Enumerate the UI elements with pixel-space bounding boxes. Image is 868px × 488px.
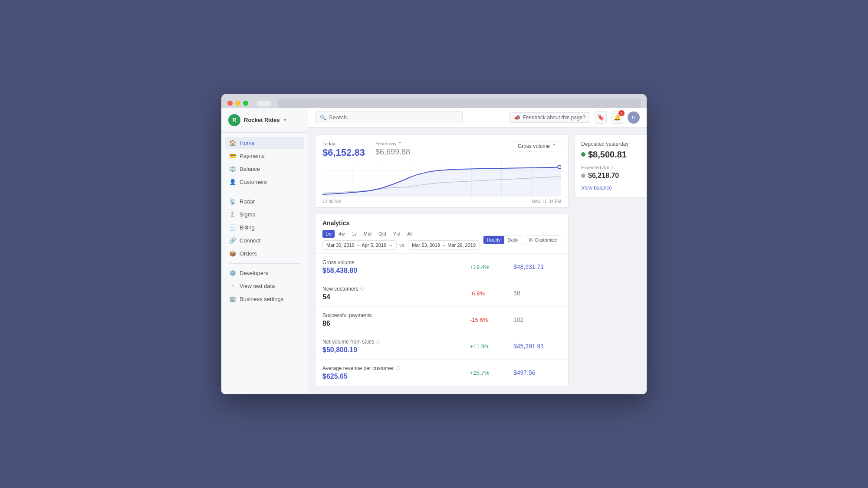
brand-chevron-icon: ▾ xyxy=(284,118,286,122)
hourly-daily-toggle: Hourly Daily xyxy=(483,236,522,244)
time-filter-qtd[interactable]: Qtd xyxy=(375,230,389,238)
main-content: 🔍 📣 Feedback about this page? 🔖 🔔 1 xyxy=(308,108,647,394)
home-icon: 🏠 xyxy=(229,140,236,147)
balance-card: Deposited yesterday $8,500.81 Expected A… xyxy=(575,134,647,197)
row-label: Gross volume xyxy=(322,259,470,265)
analytics-card: Analytics 1w 4w 1y Mtd Qtd Yt xyxy=(315,214,569,386)
status-dot-gray xyxy=(581,174,585,178)
sidebar: R Rocket Rides ▾ 🏠 Home 💳 Payments ⚖️ Ba… xyxy=(221,108,308,394)
sidebar-item-sigma[interactable]: Σ Sigma xyxy=(225,209,304,221)
row-left-new-customers: New customers ⓘ 54 xyxy=(322,286,470,301)
sidebar-item-balance[interactable]: ⚖️ Balance xyxy=(225,163,304,175)
search-icon: 🔍 xyxy=(320,115,326,121)
sidebar-item-view-test-data[interactable]: ○ View test data xyxy=(225,280,304,292)
sidebar-item-label: Developers xyxy=(240,270,268,276)
controls-left: 1w 4w 1y Mtd Qtd Ytd All xyxy=(322,230,483,250)
info-icon[interactable]: ⓘ xyxy=(360,286,365,292)
date-range-prev[interactable]: Mar 23, 2019 → Mar 29, 2019 xyxy=(408,240,480,250)
row-label: New customers ⓘ xyxy=(322,286,470,292)
time-filter-1y[interactable]: 1y xyxy=(349,230,360,238)
status-dot-green xyxy=(581,152,585,157)
row-value: $50,800.19 xyxy=(322,346,470,354)
customers-icon: 👤 xyxy=(229,179,236,186)
test-data-icon: ○ xyxy=(229,283,236,290)
sidebar-item-label: Radar xyxy=(240,198,255,205)
feedback-button[interactable]: 📣 Feedback about this page? xyxy=(509,112,590,123)
brand-section[interactable]: R Rocket Rides ▾ xyxy=(221,114,308,133)
browser-window: R Rocket Rides ▾ 🏠 Home 💳 Payments ⚖️ Ba… xyxy=(221,94,647,394)
arrow-icon: → xyxy=(388,242,393,248)
browser-tab[interactable] xyxy=(257,101,271,106)
row-prev-value: $48,931.71 xyxy=(513,263,561,270)
time-filter-mtd[interactable]: Mtd xyxy=(361,230,375,238)
row-left-net-volume: Net volume from sales ⓘ $50,800.19 xyxy=(322,339,470,354)
sidebar-item-label: Orders xyxy=(240,250,257,257)
business-settings-icon: 🏢 xyxy=(229,296,236,303)
nav-divider-2 xyxy=(229,263,300,264)
today-label: Today xyxy=(322,141,365,146)
chart-time-start: 12:00 AM xyxy=(322,199,341,204)
info-icon[interactable]: ⓘ xyxy=(396,365,400,371)
sidebar-item-radar[interactable]: 📡 Radar xyxy=(225,196,304,208)
view-balance-link[interactable]: View balance xyxy=(581,185,647,191)
top-bar-actions: 📣 Feedback about this page? 🔖 🔔 1 U xyxy=(509,111,640,124)
sidebar-item-billing[interactable]: 🧾 Billing xyxy=(225,222,304,234)
dropdown-chevron-icon: ⌃ xyxy=(552,143,556,149)
sidebar-item-developers[interactable]: ⚙️ Developers xyxy=(225,267,304,279)
analytics-row-new-customers: New customers ⓘ 54 -6.8% 58 xyxy=(316,280,568,307)
connect-icon: 🔗 xyxy=(229,237,236,244)
minimize-button[interactable] xyxy=(235,101,240,106)
avatar[interactable]: U xyxy=(628,111,640,124)
date-range-current[interactable]: Mar 30, 2019 → Apr 5, 2019 → xyxy=(322,240,397,250)
main-nav: 🏠 Home 💳 Payments ⚖️ Balance 👤 Customers xyxy=(221,137,308,305)
analytics-row-avg-revenue: Average revenue per customer ⓘ $625.65 +… xyxy=(316,360,568,386)
customize-button[interactable]: ⚙ Customize xyxy=(525,235,561,245)
feedback-label: Feedback about this page? xyxy=(523,115,585,121)
sidebar-item-orders[interactable]: 📦 Orders xyxy=(225,248,304,260)
analytics-controls: 1w 4w 1y Mtd Qtd Ytd All xyxy=(322,230,561,250)
row-change: -6.8% xyxy=(470,290,513,297)
sidebar-item-business-settings[interactable]: 🏢 Business settings xyxy=(225,293,304,305)
main-chart xyxy=(322,162,561,197)
brand-name: Rocket Rides xyxy=(244,117,279,123)
row-value: $58,438.80 xyxy=(322,267,470,275)
row-value: 54 xyxy=(322,293,470,301)
app-container: R Rocket Rides ▾ 🏠 Home 💳 Payments ⚖️ Ba… xyxy=(221,108,647,394)
chevron-icon: ⌃ xyxy=(398,141,402,147)
row-change: +25.7% xyxy=(470,370,513,376)
analytics-row-net-volume: Net volume from sales ⓘ $50,800.19 +11.9… xyxy=(316,333,568,360)
sidebar-item-payments[interactable]: 💳 Payments xyxy=(225,150,304,162)
sidebar-item-home[interactable]: 🏠 Home xyxy=(225,137,304,149)
chart-area: Today $6,152.83 Yesterday ⌃ $6,699.8 xyxy=(316,135,568,208)
sidebar-item-label: Balance xyxy=(240,166,260,172)
time-filter-ytd[interactable]: Ytd xyxy=(390,230,404,238)
chart-type-dropdown[interactable]: Gross volume ⌃ xyxy=(513,141,561,151)
browser-chrome xyxy=(221,94,647,108)
brand-icon: R xyxy=(228,114,240,126)
sidebar-item-label: Payments xyxy=(240,153,265,159)
sidebar-item-connect[interactable]: 🔗 Connect xyxy=(225,235,304,247)
bookmark-icon: 🔖 xyxy=(597,114,604,121)
sidebar-item-label: Home xyxy=(240,140,255,146)
time-filter-4w[interactable]: 4w xyxy=(335,230,348,238)
sidebar-item-customers[interactable]: 👤 Customers xyxy=(225,176,304,188)
balance-icon: ⚖️ xyxy=(229,166,236,173)
row-prev-value: $45,391.91 xyxy=(513,343,561,350)
time-filter-all[interactable]: All xyxy=(404,230,415,238)
search-input[interactable] xyxy=(329,114,458,121)
left-column: Today $6,152.83 Yesterday ⌃ $6,699.8 xyxy=(315,134,569,387)
top-bar: 🔍 📣 Feedback about this page? 🔖 🔔 1 xyxy=(308,108,647,128)
info-icon[interactable]: ⓘ xyxy=(376,339,380,345)
fullscreen-button[interactable] xyxy=(243,101,248,106)
close-button[interactable] xyxy=(227,101,233,106)
bookmarks-button[interactable]: 🔖 xyxy=(595,111,607,124)
search-box[interactable]: 🔍 xyxy=(315,111,463,123)
row-prev-value: 58 xyxy=(513,290,561,297)
notifications-button[interactable]: 🔔 1 xyxy=(611,111,623,124)
time-filter-1w[interactable]: 1w xyxy=(322,230,335,238)
hourly-button[interactable]: Hourly xyxy=(483,236,504,244)
sidebar-item-label: Sigma xyxy=(240,211,256,218)
content-wrapper: Today $6,152.83 Yesterday ⌃ $6,699.8 xyxy=(308,128,647,394)
url-bar[interactable] xyxy=(278,98,641,108)
daily-button[interactable]: Daily xyxy=(504,236,522,244)
